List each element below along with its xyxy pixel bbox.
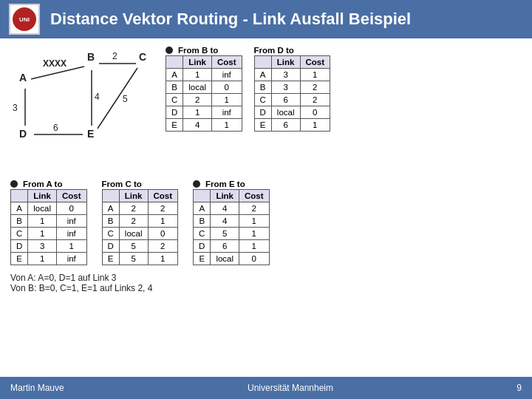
table-row: B32 (254, 81, 330, 94)
table-row: D61 (194, 240, 270, 253)
table-row: B1inf (11, 215, 87, 228)
table-row: C62 (254, 94, 330, 106)
table-d-col3: Cost (300, 56, 330, 69)
table-c-wrapper: From C to Link Cost A22B21Clocal0D52E51 (102, 180, 179, 265)
table-d-title: From D to (254, 46, 294, 55)
table-b: Link Cost A1infBlocal0C21D1infE41 (166, 55, 242, 132)
notes-section: Von A: A=0, D=1 auf Link 3 Von B: B=0, C… (10, 273, 522, 293)
header: UNI Distance Vektor Routing - Link Ausfa… (0, 0, 532, 38)
svg-text:A: A (19, 72, 27, 83)
table-e-wrapper: From E to Link Cost A42B41C51D61Elocal0 (193, 180, 270, 265)
page-title: Distance Vektor Routing - Link Ausfall B… (50, 10, 411, 29)
footer: Martin Mauve Universität Mannheim 9 (0, 377, 532, 399)
table-a: Link Cost Alocal0B1infC1infD31E1inf (10, 189, 87, 265)
svg-text:B: B (87, 51, 95, 63)
table-b-col3: Cost (211, 56, 242, 69)
svg-text:6: 6 (53, 123, 58, 133)
table-row: Elocal0 (194, 253, 270, 265)
table-d-col2: Link (271, 56, 300, 69)
svg-text:D: D (19, 128, 27, 140)
table-row: B21 (102, 215, 178, 228)
footer-center: Universität Mannheim (248, 383, 333, 393)
table-row: E61 (254, 119, 330, 132)
table-row: E51 (102, 253, 178, 265)
table-b-title: From B to (178, 46, 218, 55)
logo-inner: UNI (13, 7, 36, 31)
table-row: A42 (194, 202, 270, 215)
table-row: E41 (166, 119, 242, 132)
table-row: B41 (194, 215, 270, 228)
table-row: C21 (166, 94, 242, 106)
table-b-col1 (166, 56, 183, 69)
table-a-wrapper: From A to Link Cost Alocal0B1infC1infD31… (10, 180, 87, 265)
table-row: D1inf (166, 106, 242, 119)
svg-text:5: 5 (123, 94, 128, 104)
svg-text:XXXX: XXXX (43, 58, 66, 69)
svg-text:C: C (139, 51, 146, 63)
table-row: E1inf (11, 253, 87, 265)
table-c-title: From C to (102, 180, 142, 188)
svg-line-5 (98, 68, 137, 129)
table-row: Blocal0 (166, 81, 242, 94)
note-line2: Von B: B=0, C=1, E=1 auf Links 2, 4 (10, 283, 522, 293)
graph-area: A B C D E XXXX 2 3 4 6 5 (10, 46, 158, 174)
table-row: Clocal0 (102, 228, 178, 240)
bullet-b (166, 47, 173, 54)
table-d: Link Cost A31B32C62Dlocal0E61 (254, 55, 331, 132)
table-e: Link Cost A42B41C51D61Elocal0 (193, 189, 270, 265)
table-a-title: From A to (23, 180, 62, 188)
bullet-e (193, 180, 200, 188)
table-d-wrapper: From D to Link Cost A31B32C62Dlocal0E61 (254, 46, 331, 132)
footer-left: Martin Mauve (10, 383, 64, 393)
svg-text:2: 2 (112, 51, 117, 61)
table-b-col2: Link (183, 56, 212, 69)
table-row: A1inf (166, 69, 242, 81)
table-row: A31 (254, 69, 330, 81)
table-row: Dlocal0 (254, 106, 330, 119)
footer-right: 9 (516, 383, 522, 393)
table-row: C1inf (11, 228, 87, 240)
graph-svg: A B C D E XXXX 2 3 4 6 5 (10, 46, 158, 171)
bullet-a (10, 180, 18, 188)
svg-text:4: 4 (95, 92, 100, 102)
note-line1: Von A: A=0, D=1 auf Link 3 (10, 273, 522, 283)
table-row: Alocal0 (11, 202, 87, 215)
table-row: C51 (194, 228, 270, 240)
table-b-wrapper: From B to Link Cost A1infBlocal0C21D1inf… (166, 46, 242, 132)
svg-text:3: 3 (13, 103, 18, 113)
table-row: A22 (102, 202, 178, 215)
table-d-col1 (254, 56, 271, 69)
table-row: D31 (11, 240, 87, 253)
table-c: Link Cost A22B21Clocal0D52E51 (102, 189, 179, 265)
svg-text:E: E (87, 128, 94, 140)
table-row: D52 (102, 240, 178, 253)
logo-box: UNI (9, 4, 40, 35)
table-e-title: From E to (205, 180, 245, 188)
